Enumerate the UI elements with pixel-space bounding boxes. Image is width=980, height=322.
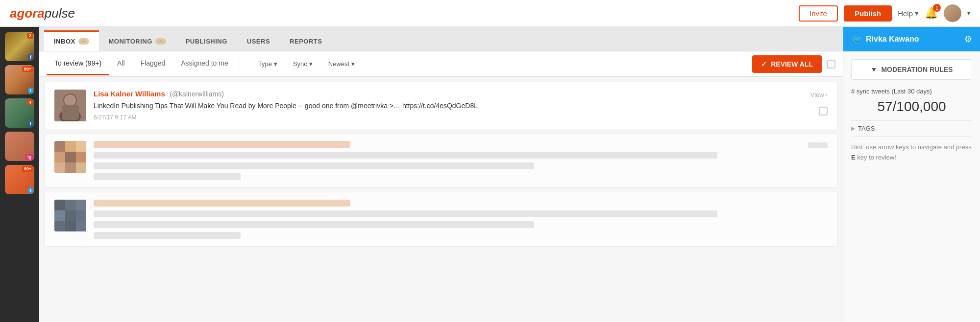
account-count-1: 2 — [27, 33, 33, 39]
view-button-1[interactable]: View › — [810, 91, 828, 98]
tab-publishing-label: PUBLISHING — [186, 38, 227, 45]
notification-count: 1 — [933, 4, 941, 12]
hint-key: E — [851, 154, 856, 161]
moderation-rules-button[interactable]: ▼ MODERATION RULES — [851, 59, 972, 80]
tab-monitoring[interactable]: MONITORING ··· — [99, 32, 176, 51]
user-avatar-top[interactable] — [944, 4, 961, 22]
message-text-1: LinkedIn Publishing Tips That Will Make … — [94, 101, 828, 111]
sidebar-account-4[interactable]: ig — [5, 132, 34, 161]
avatar-image — [944, 4, 961, 22]
svg-rect-18 — [76, 200, 86, 210]
svg-rect-7 — [65, 141, 76, 152]
message-avatar-1 — [54, 90, 86, 121]
tab-reports[interactable]: REPORTS — [280, 32, 332, 51]
filter-type-button[interactable]: Type ▾ — [251, 56, 284, 71]
tab-publishing[interactable]: PUBLISHING — [176, 32, 237, 51]
blur-line-time-3 — [94, 232, 241, 239]
right-sidebar-body: ▼ MODERATION RULES # sync tweets (Last 3… — [843, 51, 980, 322]
message-checkbox-1[interactable] — [819, 107, 828, 115]
invite-button[interactable]: Invite — [799, 5, 838, 22]
publish-button[interactable]: Publish — [844, 5, 892, 22]
subtab-all[interactable]: All — [109, 52, 133, 75]
filter-type-chevron: ▾ — [274, 60, 277, 68]
main-layout: f 2 t 99+ f 4 ig t 99+ — [0, 27, 980, 322]
account-count-5: 99+ — [22, 166, 33, 172]
filter-newest-button[interactable]: Newest ▾ — [321, 56, 362, 71]
center-content: INBOX ··· MONITORING ··· PUBLISHING USER… — [39, 27, 843, 322]
sidebar-account-5[interactable]: t 99+ — [5, 165, 34, 194]
help-button[interactable]: Help ▾ — [898, 9, 919, 18]
blurred-content-2 — [94, 141, 828, 180]
hint-suffix: key to review! — [857, 154, 896, 161]
logo-agora: agora — [10, 6, 45, 21]
blur-line-text2-3 — [94, 221, 534, 228]
tags-section[interactable]: ▶ TAGS — [851, 120, 972, 137]
sidebar-account-2[interactable]: t 99+ — [5, 65, 34, 94]
svg-rect-13 — [65, 162, 76, 173]
sync-tweets-label: # sync tweets (Last 30 days) — [851, 88, 972, 95]
twitter-icon: 🐦 — [851, 34, 862, 45]
review-all-label: REVIEW ALL — [771, 60, 813, 68]
sync-tweets-section: # sync tweets (Last 30 days) 57/100,000 — [851, 88, 972, 115]
tab-monitoring-label: MONITORING — [109, 38, 152, 45]
sync-tweets-text: # sync tweets — [851, 88, 890, 95]
account-badge-5: t — [28, 187, 33, 193]
filter-sync-button[interactable]: Sync ▾ — [286, 56, 319, 71]
blurred-view-2 — [808, 142, 828, 148]
logo: agora pulse — [10, 6, 75, 21]
svg-rect-6 — [54, 141, 65, 152]
svg-rect-16 — [54, 200, 65, 210]
sync-tweets-period: (Last 30 days) — [891, 88, 931, 95]
svg-rect-17 — [65, 200, 76, 210]
review-all-button[interactable]: ✓ REVIEW ALL — [752, 55, 822, 73]
tab-reports-label: REPORTS — [290, 38, 322, 45]
tab-inbox[interactable]: INBOX ··· — [44, 30, 99, 51]
filter-icon: ▼ — [871, 66, 878, 73]
account-count-3: 4 — [27, 99, 33, 105]
subtab-flagged[interactable]: Flagged — [133, 52, 173, 75]
nav-tabs: INBOX ··· MONITORING ··· PUBLISHING USER… — [39, 27, 843, 51]
tab-users[interactable]: USERS — [237, 32, 280, 51]
svg-rect-24 — [76, 221, 86, 231]
chevron-right-icon: ▶ — [851, 125, 855, 132]
svg-rect-21 — [76, 210, 86, 221]
sidebar-username: Rivka Kawano — [866, 35, 919, 44]
svg-point-3 — [64, 94, 76, 106]
blur-line-text-2 — [94, 152, 717, 159]
svg-rect-14 — [76, 162, 86, 173]
sync-tweets-count: 57/100,000 — [851, 99, 972, 115]
account-badge-4: ig — [25, 154, 33, 160]
filter-newest-chevron: ▾ — [351, 60, 355, 68]
subtab-assigned-label: Assigned to me — [181, 59, 228, 67]
svg-rect-22 — [54, 221, 65, 231]
logo-pulse: pulse — [45, 6, 75, 21]
tab-users-label: USERS — [247, 38, 270, 45]
sub-tabs: To review (99+) All Flagged Assigned to … — [39, 51, 843, 77]
sidebar-account-1[interactable]: f 2 — [5, 32, 34, 61]
moderation-rules-label: MODERATION RULES — [881, 66, 953, 73]
checkmark-icon: ✓ — [761, 60, 767, 68]
top-header: agora pulse Invite Publish Help ▾ 🔔 1 ▾ — [0, 0, 980, 27]
svg-rect-10 — [65, 152, 76, 162]
notifications-bell[interactable]: 🔔 1 — [925, 7, 938, 20]
blur-line-author-2 — [94, 141, 350, 148]
account-count-2: 99+ — [22, 66, 33, 72]
message-header-1: Lisa Kalner Williams (@kalnerwilliams) — [94, 90, 828, 98]
blur-line-text2-2 — [94, 162, 534, 169]
account-badge-1: f — [28, 54, 33, 60]
message-time-1: 6/27/17 9:17 AM — [94, 114, 828, 121]
svg-rect-8 — [76, 141, 86, 152]
blur-line-text-3 — [94, 210, 717, 217]
sidebar-account-3[interactable]: f 4 — [5, 98, 34, 128]
subtab-to-review[interactable]: To review (99+) — [47, 52, 109, 75]
settings-gear-icon[interactable]: ⚙ — [964, 34, 972, 45]
chevron-right-icon-1: › — [826, 91, 828, 98]
select-all-checkbox[interactable] — [827, 60, 835, 69]
right-sidebar-header: 🐦 Rivka Kawano ⚙ — [843, 27, 980, 51]
filter-type-label: Type — [258, 60, 272, 68]
subtab-assigned[interactable]: Assigned to me — [173, 52, 236, 75]
user-menu-chevron[interactable]: ▾ — [967, 10, 970, 17]
message-body-1: Lisa Kalner Williams (@kalnerwilliams) L… — [94, 90, 828, 121]
svg-rect-11 — [76, 152, 86, 162]
blur-view-label-2 — [808, 142, 828, 148]
